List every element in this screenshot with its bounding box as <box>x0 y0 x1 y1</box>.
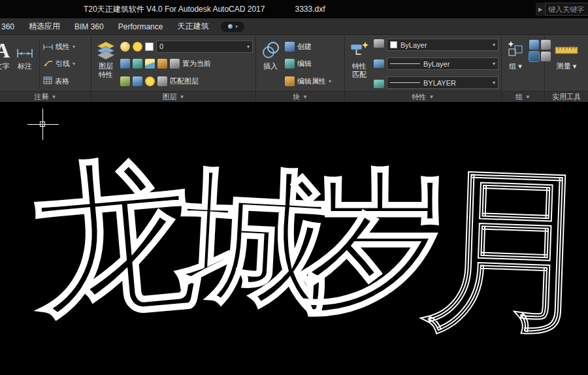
object-color-select[interactable]: ByLayer ▾ <box>387 39 498 51</box>
lineweight-sample <box>390 82 420 83</box>
group-icon <box>506 39 525 62</box>
match-layer-button[interactable]: 匹配图层 <box>170 76 199 86</box>
set-current-button[interactable]: 置为当前 <box>182 59 211 69</box>
calligraphy-char-4: 月 <box>417 142 588 354</box>
chevron-down-icon: ▾ <box>493 42 495 48</box>
chevron-down-icon: ▾ <box>73 61 75 67</box>
layer-stack-icon <box>95 39 116 62</box>
insert-block-button[interactable]: 插入 <box>259 38 282 90</box>
table-button[interactable]: 表格 <box>43 73 88 89</box>
panel-footer-annotate[interactable]: 注释 ▼ <box>0 91 91 102</box>
capture-tool-icon[interactable]: ▾ <box>221 22 244 32</box>
panel-utilities: 测量 ▾ 实用工具 <box>545 36 588 102</box>
linear-dim-icon <box>43 42 53 51</box>
panel-expand-icon: ▼ <box>302 94 308 100</box>
menu-bar: 360 精选应用 BIM 360 Performance 天正建筑 ▾ <box>0 18 588 35</box>
properties-palette-icon[interactable] <box>374 39 384 48</box>
layer-off-icon[interactable] <box>157 59 167 69</box>
layer-thaw-all-icon[interactable] <box>145 76 155 86</box>
lineweight-select[interactable]: BYLAYER ▾ <box>387 76 498 89</box>
color-swatch <box>390 41 397 48</box>
chevron-down-icon: ▾ <box>493 61 495 67</box>
panel-footer-block[interactable]: 块 ▼ <box>256 91 344 102</box>
linetype-select[interactable]: ByLayer ▾ <box>387 57 498 70</box>
menu-item-featured-apps[interactable]: 精选应用 <box>22 18 67 35</box>
dimension-icon <box>15 39 35 62</box>
layer-on-bulb-icon[interactable] <box>120 42 130 52</box>
chevron-down-icon: ▾ <box>493 80 495 86</box>
measure-button[interactable]: 测量 ▾ <box>553 38 580 90</box>
match-properties-button[interactable]: 特性 匹配 <box>348 38 371 90</box>
layer-unlock-icon[interactable] <box>133 76 142 86</box>
chevron-down-icon: ▾ <box>329 78 331 84</box>
layer-isolate-icon[interactable] <box>120 59 130 69</box>
panel-expand-icon: ▼ <box>525 94 531 100</box>
panel-footer-layers[interactable]: 图层 ▼ <box>91 91 255 102</box>
quick-select-icon[interactable] <box>374 80 384 88</box>
create-block-button[interactable]: 创建 <box>285 39 342 54</box>
chevron-down-icon: ▾ <box>573 62 577 71</box>
search-expand-icon[interactable]: ▶ <box>536 3 545 16</box>
ribbon: A 文字 标注 <box>0 35 588 102</box>
chevron-down-icon: ▾ <box>247 44 250 50</box>
panel-layers: 图层 特性 0 ▾ <box>91 36 256 102</box>
insert-block-icon <box>260 39 281 62</box>
autocad-window: T20天正建筑软件 V4.0 For Autodesk AutoCAD 2017… <box>0 0 588 375</box>
edit-attributes-icon <box>285 76 295 86</box>
capture-dot-icon <box>228 24 233 29</box>
chevron-down-icon: ▾ <box>518 62 522 71</box>
panel-group: 组 ▾ 组 ▼ <box>502 36 545 102</box>
title-bar: T20天正建筑软件 V4.0 For Autodesk AutoCAD 2017… <box>0 0 588 18</box>
layer-lock-icon[interactable] <box>170 59 180 69</box>
chevron-down-icon: ▾ <box>73 44 75 50</box>
calligraphy-outline-drawing: 龙 城 岁 月 <box>0 102 588 375</box>
panel-footer-properties[interactable]: 特性 ▼ <box>345 91 501 102</box>
group-button[interactable]: 组 ▾ <box>504 38 527 90</box>
group-selection-toggle-icon[interactable] <box>529 52 539 61</box>
table-icon <box>43 76 52 86</box>
divider <box>39 39 40 88</box>
panel-footer-utilities[interactable]: 实用工具 <box>545 91 588 102</box>
menu-item-360[interactable]: 360 <box>0 18 22 35</box>
panel-expand-icon: ▼ <box>180 94 185 100</box>
layer-freeze-icon[interactable] <box>145 59 155 69</box>
create-block-icon <box>285 42 295 52</box>
layer-select[interactable]: 0 ▾ <box>156 41 253 53</box>
title-bar-right: ▶ <box>536 3 588 16</box>
file-name: 3333.dxf <box>295 5 325 14</box>
panel-block: 插入 创建 编辑 编辑属性 ▾ <box>256 36 345 102</box>
panel-expand-icon: ▼ <box>429 94 434 100</box>
layer-walk-icon[interactable] <box>157 76 167 86</box>
menu-item-bim360[interactable]: BIM 360 <box>67 18 111 35</box>
layer-thaw-sun-icon[interactable] <box>133 42 142 52</box>
layer-prev-icon[interactable] <box>120 76 130 86</box>
layer-properties-button[interactable]: 图层 特性 <box>94 38 118 90</box>
layer-color-chip[interactable] <box>145 42 154 51</box>
panel-annotate: A 文字 标注 <box>0 36 91 102</box>
list-icon[interactable] <box>374 59 384 68</box>
edit-block-icon <box>285 59 295 69</box>
panel-properties: 特性 匹配 ByLayer ▾ ByLayer <box>345 36 502 102</box>
linetype-sample <box>390 63 420 64</box>
match-properties-icon <box>349 39 370 62</box>
ruler-icon <box>555 39 578 62</box>
leader-button[interactable]: 引线 ▾ <box>43 56 88 72</box>
menu-item-tianzheng[interactable]: 天正建筑 <box>170 18 216 35</box>
mtext-icon: A <box>0 46 10 55</box>
panel-expand-icon: ▼ <box>52 94 57 100</box>
drawing-canvas[interactable]: 龙 城 岁 月 <box>0 102 588 375</box>
panel-footer-group[interactable]: 组 ▼ <box>502 91 544 102</box>
app-title: T20天正建筑软件 V4.0 For Autodesk AutoCAD 2017 <box>84 4 265 15</box>
dimension-button[interactable]: 标注 <box>14 38 36 90</box>
mtext-button[interactable]: A 文字 <box>0 38 11 90</box>
edit-attributes-button[interactable]: 编辑属性 ▾ <box>285 73 342 89</box>
chevron-down-icon: ▾ <box>235 24 238 29</box>
ungroup-icon[interactable] <box>529 40 539 50</box>
layer-unisolate-icon[interactable] <box>133 59 142 69</box>
menu-item-performance[interactable]: Performance <box>111 18 171 35</box>
linear-dim-button[interactable]: 线性 ▾ <box>43 39 88 54</box>
search-input[interactable] <box>545 3 588 16</box>
leader-icon <box>43 59 53 69</box>
edit-block-button[interactable]: 编辑 <box>285 56 342 72</box>
